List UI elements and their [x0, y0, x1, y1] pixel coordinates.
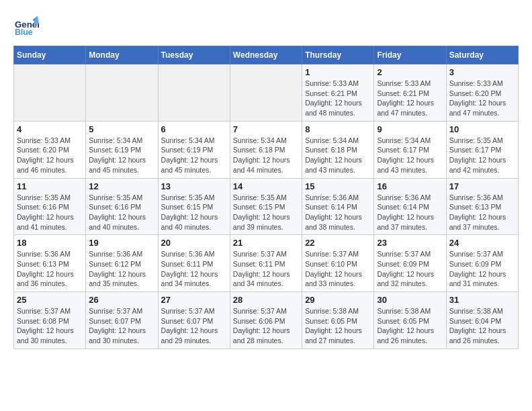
day-cell: 4Sunrise: 5:33 AM Sunset: 6:20 PM Daylig…	[14, 121, 86, 178]
day-cell: 15Sunrise: 5:36 AM Sunset: 6:14 PM Dayli…	[302, 178, 374, 235]
day-info: Sunrise: 5:33 AM Sunset: 6:21 PM Dayligh…	[305, 79, 371, 118]
day-cell: 28Sunrise: 5:37 AM Sunset: 6:06 PM Dayli…	[230, 292, 302, 349]
week-row-5: 25Sunrise: 5:37 AM Sunset: 6:08 PM Dayli…	[14, 292, 519, 349]
day-number: 27	[161, 295, 227, 305]
weekday-header-tuesday: Tuesday	[158, 46, 230, 64]
day-number: 28	[233, 295, 299, 305]
day-number: 2	[377, 67, 443, 77]
day-info: Sunrise: 5:33 AM Sunset: 6:21 PM Dayligh…	[377, 79, 443, 118]
week-row-3: 11Sunrise: 5:35 AM Sunset: 6:16 PM Dayli…	[14, 178, 519, 235]
day-info: Sunrise: 5:35 AM Sunset: 6:17 PM Dayligh…	[449, 136, 515, 175]
day-number: 14	[233, 181, 299, 191]
day-info: Sunrise: 5:35 AM Sunset: 6:16 PM Dayligh…	[89, 193, 154, 232]
day-cell: 14Sunrise: 5:35 AM Sunset: 6:15 PM Dayli…	[230, 178, 302, 235]
day-info: Sunrise: 5:34 AM Sunset: 6:19 PM Dayligh…	[89, 136, 154, 175]
day-cell: 16Sunrise: 5:36 AM Sunset: 6:14 PM Dayli…	[374, 178, 446, 235]
day-info: Sunrise: 5:33 AM Sunset: 6:20 PM Dayligh…	[17, 136, 83, 175]
calendar-table: SundayMondayTuesdayWednesdayThursdayFrid…	[13, 46, 519, 349]
day-cell: 3Sunrise: 5:33 AM Sunset: 6:20 PM Daylig…	[446, 64, 518, 122]
day-info: Sunrise: 5:34 AM Sunset: 6:17 PM Dayligh…	[377, 136, 443, 175]
day-cell: 18Sunrise: 5:36 AM Sunset: 6:13 PM Dayli…	[14, 235, 86, 292]
day-info: Sunrise: 5:38 AM Sunset: 6:05 PM Dayligh…	[305, 306, 371, 346]
day-number: 30	[377, 295, 443, 305]
day-number: 24	[449, 238, 515, 248]
day-number: 5	[89, 124, 154, 134]
weekday-header-sunday: Sunday	[14, 46, 86, 64]
day-info: Sunrise: 5:38 AM Sunset: 6:04 PM Dayligh…	[449, 306, 515, 346]
day-number: 16	[377, 181, 443, 191]
day-number: 18	[17, 238, 83, 248]
day-info: Sunrise: 5:36 AM Sunset: 6:14 PM Dayligh…	[305, 193, 371, 232]
day-cell: 1Sunrise: 5:33 AM Sunset: 6:21 PM Daylig…	[302, 64, 374, 122]
day-cell: 27Sunrise: 5:37 AM Sunset: 6:07 PM Dayli…	[158, 292, 230, 349]
day-info: Sunrise: 5:37 AM Sunset: 6:06 PM Dayligh…	[233, 306, 299, 346]
day-cell: 30Sunrise: 5:38 AM Sunset: 6:05 PM Dayli…	[374, 292, 446, 349]
day-number: 1	[305, 67, 371, 77]
day-cell: 10Sunrise: 5:35 AM Sunset: 6:17 PM Dayli…	[446, 121, 518, 178]
day-info: Sunrise: 5:36 AM Sunset: 6:14 PM Dayligh…	[377, 193, 443, 232]
day-cell: 9Sunrise: 5:34 AM Sunset: 6:17 PM Daylig…	[374, 121, 446, 178]
day-cell: 6Sunrise: 5:34 AM Sunset: 6:19 PM Daylig…	[158, 121, 230, 178]
day-info: Sunrise: 5:37 AM Sunset: 6:07 PM Dayligh…	[161, 306, 227, 346]
day-info: Sunrise: 5:36 AM Sunset: 6:13 PM Dayligh…	[17, 249, 83, 289]
day-cell	[230, 64, 302, 122]
day-number: 9	[377, 124, 443, 134]
day-info: Sunrise: 5:38 AM Sunset: 6:05 PM Dayligh…	[377, 306, 443, 346]
day-cell: 26Sunrise: 5:37 AM Sunset: 6:07 PM Dayli…	[86, 292, 158, 349]
day-info: Sunrise: 5:37 AM Sunset: 6:09 PM Dayligh…	[377, 249, 443, 289]
day-number: 6	[161, 124, 227, 134]
week-row-2: 4Sunrise: 5:33 AM Sunset: 6:20 PM Daylig…	[14, 121, 519, 178]
day-cell: 11Sunrise: 5:35 AM Sunset: 6:16 PM Dayli…	[14, 178, 86, 235]
day-info: Sunrise: 5:36 AM Sunset: 6:11 PM Dayligh…	[161, 249, 227, 289]
day-cell: 13Sunrise: 5:35 AM Sunset: 6:15 PM Dayli…	[158, 178, 230, 235]
logo-icon: General Blue	[13, 13, 39, 39]
week-row-4: 18Sunrise: 5:36 AM Sunset: 6:13 PM Dayli…	[14, 235, 519, 292]
day-number: 20	[161, 238, 227, 248]
day-number: 23	[377, 238, 443, 248]
day-info: Sunrise: 5:36 AM Sunset: 6:13 PM Dayligh…	[449, 193, 515, 232]
day-cell: 23Sunrise: 5:37 AM Sunset: 6:09 PM Dayli…	[374, 235, 446, 292]
day-info: Sunrise: 5:37 AM Sunset: 6:09 PM Dayligh…	[449, 249, 515, 289]
day-info: Sunrise: 5:37 AM Sunset: 6:10 PM Dayligh…	[305, 249, 371, 289]
day-number: 26	[89, 295, 154, 305]
day-number: 3	[449, 67, 515, 77]
day-number: 31	[449, 295, 515, 305]
logo: General Blue	[13, 13, 39, 39]
day-cell: 21Sunrise: 5:37 AM Sunset: 6:11 PM Dayli…	[230, 235, 302, 292]
day-cell	[158, 64, 230, 122]
day-info: Sunrise: 5:34 AM Sunset: 6:18 PM Dayligh…	[233, 136, 299, 175]
weekday-header-wednesday: Wednesday	[230, 46, 302, 64]
day-info: Sunrise: 5:35 AM Sunset: 6:15 PM Dayligh…	[233, 193, 299, 232]
day-info: Sunrise: 5:37 AM Sunset: 6:11 PM Dayligh…	[233, 249, 299, 289]
weekday-header-friday: Friday	[374, 46, 446, 64]
day-cell: 22Sunrise: 5:37 AM Sunset: 6:10 PM Dayli…	[302, 235, 374, 292]
weekday-row: SundayMondayTuesdayWednesdayThursdayFrid…	[14, 46, 519, 64]
day-cell: 12Sunrise: 5:35 AM Sunset: 6:16 PM Dayli…	[86, 178, 158, 235]
day-number: 15	[305, 181, 371, 191]
svg-text:Blue: Blue	[15, 28, 33, 37]
day-number: 29	[305, 295, 371, 305]
week-row-1: 1Sunrise: 5:33 AM Sunset: 6:21 PM Daylig…	[14, 64, 519, 122]
day-number: 11	[17, 181, 83, 191]
day-info: Sunrise: 5:34 AM Sunset: 6:18 PM Dayligh…	[305, 136, 371, 175]
weekday-header-monday: Monday	[86, 46, 158, 64]
day-cell: 31Sunrise: 5:38 AM Sunset: 6:04 PM Dayli…	[446, 292, 518, 349]
day-cell: 7Sunrise: 5:34 AM Sunset: 6:18 PM Daylig…	[230, 121, 302, 178]
day-info: Sunrise: 5:37 AM Sunset: 6:08 PM Dayligh…	[17, 306, 83, 346]
day-cell: 24Sunrise: 5:37 AM Sunset: 6:09 PM Dayli…	[446, 235, 518, 292]
day-info: Sunrise: 5:37 AM Sunset: 6:07 PM Dayligh…	[89, 306, 154, 346]
day-number: 19	[89, 238, 154, 248]
day-number: 7	[233, 124, 299, 134]
weekday-header-saturday: Saturday	[446, 46, 518, 64]
day-number: 12	[89, 181, 154, 191]
day-number: 10	[449, 124, 515, 134]
day-number: 4	[17, 124, 83, 134]
day-number: 25	[17, 295, 83, 305]
day-cell	[86, 64, 158, 122]
day-number: 8	[305, 124, 371, 134]
day-cell: 5Sunrise: 5:34 AM Sunset: 6:19 PM Daylig…	[86, 121, 158, 178]
day-cell: 25Sunrise: 5:37 AM Sunset: 6:08 PM Dayli…	[14, 292, 86, 349]
header: General Blue	[13, 13, 519, 39]
day-info: Sunrise: 5:36 AM Sunset: 6:12 PM Dayligh…	[89, 249, 154, 289]
calendar-body: 1Sunrise: 5:33 AM Sunset: 6:21 PM Daylig…	[14, 64, 519, 349]
